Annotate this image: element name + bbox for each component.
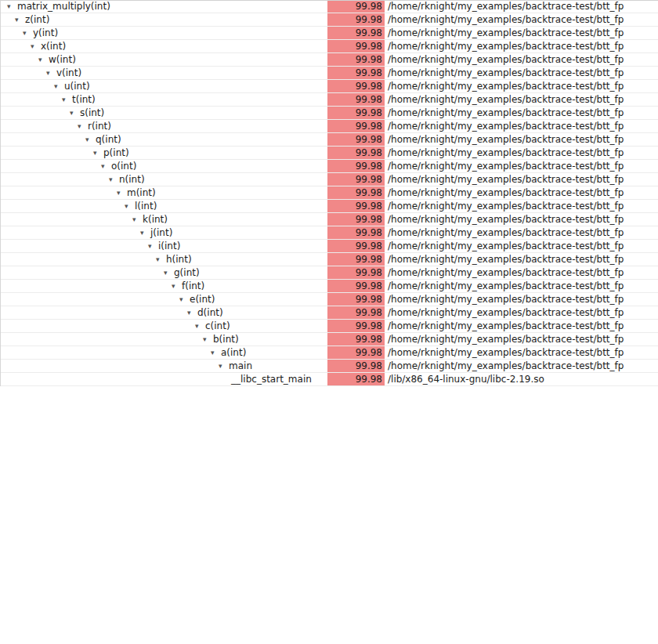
table-row[interactable]: ▾i(int)99.98/home/rknight/my_examples/ba…	[1, 240, 658, 253]
expander-icon[interactable]: ▾	[125, 203, 132, 210]
module-cell: /home/rknight/my_examples/backtrace-test…	[385, 53, 658, 66]
table-row[interactable]: ▾n(int)99.98/home/rknight/my_examples/ba…	[1, 173, 658, 186]
self-percent-cell: 99.98	[327, 333, 385, 346]
symbol-cell: ▾o(int)	[1, 160, 327, 172]
symbol-table-body: ▾matrix_multiply(int)99.98/home/rknight/…	[0, 0, 658, 386]
self-percent-cell: 99.98	[327, 186, 385, 199]
self-percent-cell: 99.98	[327, 120, 385, 132]
table-row[interactable]: ▾f(int)99.98/home/rknight/my_examples/ba…	[1, 280, 658, 293]
table-row[interactable]: ▾j(int)99.98/home/rknight/my_examples/ba…	[1, 226, 658, 240]
module-cell: /home/rknight/my_examples/backtrace-test…	[385, 240, 658, 252]
table-row[interactable]: ▾main99.98/home/rknight/my_examples/back…	[1, 360, 658, 373]
module-cell: /home/rknight/my_examples/backtrace-test…	[385, 320, 658, 332]
self-percent-cell: 99.98	[327, 67, 385, 79]
expander-icon[interactable]: ▾	[117, 190, 125, 197]
module-cell: /home/rknight/my_examples/backtrace-test…	[385, 226, 658, 239]
expander-icon[interactable]: ▾	[109, 176, 117, 183]
self-percent-cell: 99.98	[327, 320, 385, 332]
table-row[interactable]: ▾s(int)99.98/home/rknight/my_examples/ba…	[1, 107, 658, 120]
table-row[interactable]: __libc_start_main99.98/lib/x86_64-linux-…	[1, 373, 658, 386]
self-percent-cell: 99.98	[327, 226, 385, 239]
expander-icon[interactable]: ▾	[7, 3, 15, 10]
symbol-label: r(int)	[88, 120, 111, 132]
expander-icon[interactable]: ▾	[70, 110, 78, 117]
expander-icon[interactable]: ▾	[54, 83, 62, 90]
expander-icon[interactable]: ▾	[46, 70, 54, 77]
module-cell: /home/rknight/my_examples/backtrace-test…	[385, 266, 658, 279]
table-row[interactable]: ▾d(int)99.98/home/rknight/my_examples/ba…	[1, 306, 658, 320]
profiler-window: Timeline View ▾ 0.2s0.4s0.6s0.8s ▸ CPU (…	[0, 0, 658, 644]
self-percent-cell: 99.98	[327, 107, 385, 119]
module-cell: /home/rknight/my_examples/backtrace-test…	[385, 80, 658, 92]
symbol-label: v(int)	[56, 67, 81, 79]
symbol-cell: ▾e(int)	[1, 293, 327, 306]
expander-icon[interactable]: ▾	[219, 363, 226, 370]
expander-icon[interactable]: ▾	[101, 163, 109, 170]
module-cell: /home/rknight/my_examples/backtrace-test…	[385, 360, 658, 372]
expander-icon[interactable]: ▾	[31, 43, 38, 50]
expander-icon[interactable]: ▾	[78, 123, 85, 130]
symbol-cell: ▾h(int)	[1, 253, 327, 266]
table-row[interactable]: ▾y(int)99.98/home/rknight/my_examples/ba…	[1, 27, 658, 40]
table-row[interactable]: ▾g(int)99.98/home/rknight/my_examples/ba…	[1, 266, 658, 280]
expander-icon[interactable]: ▾	[172, 283, 179, 290]
table-row[interactable]: ▾t(int)99.98/home/rknight/my_examples/ba…	[1, 93, 658, 107]
expander-icon[interactable]: ▾	[38, 56, 46, 63]
expander-icon[interactable]: ▾	[187, 309, 195, 317]
expander-icon[interactable]: ▾	[15, 16, 23, 24]
table-row[interactable]: ▾q(int)99.98/home/rknight/my_examples/ba…	[1, 133, 658, 147]
table-row[interactable]: ▾l(int)99.98/home/rknight/my_examples/ba…	[1, 200, 658, 213]
symbol-cell: ▾c(int)	[1, 320, 327, 332]
self-percent-cell: 99.98	[327, 147, 385, 159]
table-row[interactable]: ▾c(int)99.98/home/rknight/my_examples/ba…	[1, 320, 658, 333]
expander-icon[interactable]: ▾	[23, 30, 31, 37]
expander-icon[interactable]: ▾	[211, 349, 219, 356]
table-row[interactable]: ▾w(int)99.98/home/rknight/my_examples/ba…	[1, 53, 658, 67]
expander-icon[interactable]: ▾	[156, 256, 164, 263]
table-row[interactable]: ▾matrix_multiply(int)99.98/home/rknight/…	[1, 0, 658, 13]
expander-icon[interactable]: ▾	[164, 270, 172, 277]
expander-icon[interactable]: ▾	[93, 150, 101, 157]
symbol-cell: ▾v(int)	[1, 67, 327, 79]
expander-icon[interactable]: ▾	[195, 323, 203, 330]
expander-icon[interactable]: ▾	[85, 136, 93, 143]
expander-icon[interactable]: ▾	[148, 243, 156, 250]
symbol-cell: ▾matrix_multiply(int)	[1, 0, 327, 13]
table-row[interactable]: ▾v(int)99.98/home/rknight/my_examples/ba…	[1, 67, 658, 80]
symbol-label: u(int)	[64, 80, 90, 92]
module-cell: /home/rknight/my_examples/backtrace-test…	[385, 293, 658, 306]
table-row[interactable]: ▾e(int)99.98/home/rknight/my_examples/ba…	[1, 293, 658, 306]
table-row[interactable]: ▾m(int)99.98/home/rknight/my_examples/ba…	[1, 186, 658, 200]
expander-icon[interactable]: ▾	[140, 230, 148, 237]
module-cell: /home/rknight/my_examples/backtrace-test…	[385, 27, 658, 39]
symbol-cell: ▾g(int)	[1, 266, 327, 279]
symbol-label: m(int)	[127, 186, 156, 199]
module-cell: /home/rknight/my_examples/backtrace-test…	[385, 280, 658, 292]
table-row[interactable]: ▾x(int)99.98/home/rknight/my_examples/ba…	[1, 40, 658, 53]
self-percent-cell: 99.98	[327, 346, 385, 359]
symbol-cell: ▾b(int)	[1, 333, 327, 346]
table-row[interactable]: ▾h(int)99.98/home/rknight/my_examples/ba…	[1, 253, 658, 266]
self-percent-cell: 99.98	[327, 200, 385, 212]
table-row[interactable]: ▾p(int)99.98/home/rknight/my_examples/ba…	[1, 147, 658, 160]
table-row[interactable]: ▾z(int)99.98/home/rknight/my_examples/ba…	[1, 13, 658, 27]
expander-icon[interactable]: ▾	[62, 96, 70, 103]
table-row[interactable]: ▾b(int)99.98/home/rknight/my_examples/ba…	[1, 333, 658, 346]
self-percent-cell: 99.98	[327, 360, 385, 372]
expander-icon[interactable]: ▾	[132, 216, 140, 223]
table-row[interactable]: ▾o(int)99.98/home/rknight/my_examples/ba…	[1, 160, 658, 173]
table-row[interactable]: ▾a(int)99.98/home/rknight/my_examples/ba…	[1, 346, 658, 360]
self-percent-cell: 99.98	[327, 27, 385, 39]
table-row[interactable]: ▾k(int)99.98/home/rknight/my_examples/ba…	[1, 213, 658, 226]
table-row[interactable]: ▾u(int)99.98/home/rknight/my_examples/ba…	[1, 80, 658, 93]
symbol-label: e(int)	[190, 293, 215, 306]
expander-icon[interactable]: ▾	[179, 296, 187, 303]
symbol-label: j(int)	[150, 226, 172, 239]
module-cell: /home/rknight/my_examples/backtrace-test…	[385, 40, 658, 52]
symbol-cell: ▾q(int)	[1, 133, 327, 146]
expander-icon[interactable]: ▾	[203, 336, 211, 343]
symbol-label: s(int)	[80, 107, 104, 119]
symbol-label: d(int)	[197, 306, 223, 319]
table-row[interactable]: ▾r(int)99.98/home/rknight/my_examples/ba…	[1, 120, 658, 133]
symbol-cell: ▾main	[1, 360, 327, 372]
